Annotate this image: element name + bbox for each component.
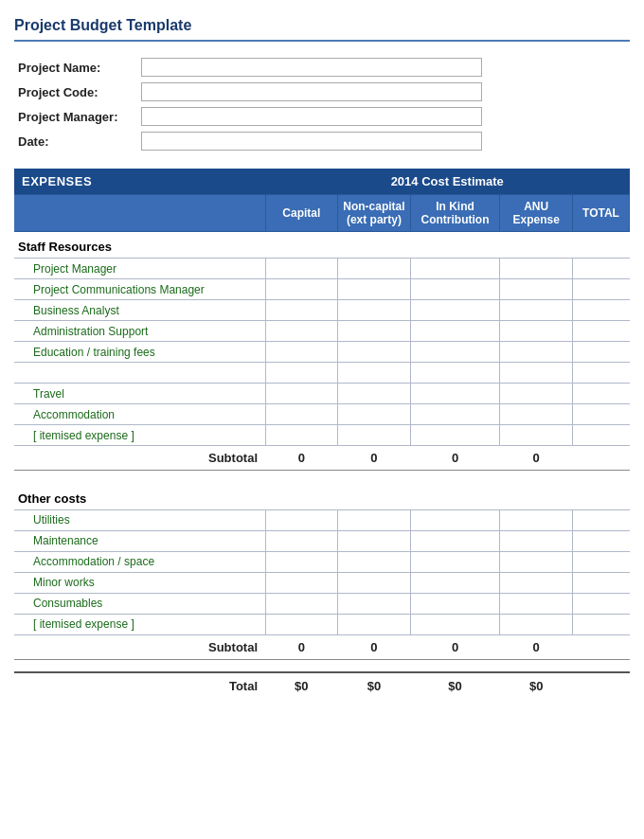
- other-cell-total: [572, 614, 629, 634]
- other-cell-nc[interactable]: [338, 593, 411, 614]
- other-cell-ik[interactable]: [410, 614, 500, 634]
- other-cell-cap[interactable]: [265, 551, 338, 572]
- other-costs-section-title: Other costs: [14, 484, 630, 510]
- staff-cell-anu[interactable]: [500, 300, 573, 321]
- staff-cell-ik[interactable]: [410, 259, 500, 279]
- other-cell-anu[interactable]: [500, 572, 573, 593]
- staff-cell-anu[interactable]: [500, 321, 573, 342]
- staff-cell-cap[interactable]: [265, 279, 338, 300]
- other-cell-ik[interactable]: [410, 551, 500, 572]
- staff-data-row: Accommodation: [14, 404, 630, 425]
- staff-cell-ik[interactable]: [410, 342, 500, 363]
- other-cell-anu[interactable]: [500, 530, 573, 551]
- other-subtotal-in-kind: 0: [410, 634, 500, 659]
- staff-cell-cap[interactable]: [265, 259, 338, 279]
- staff-cell-nc[interactable]: [338, 363, 411, 384]
- other-subtotal-anu: 0: [500, 634, 573, 659]
- staff-item-label: Accommodation: [14, 404, 265, 425]
- other-cell-cap[interactable]: [265, 572, 338, 593]
- staff-cell-cap[interactable]: [265, 321, 338, 342]
- staff-cell-nc[interactable]: [338, 404, 411, 425]
- staff-cell-anu[interactable]: [500, 363, 573, 384]
- other-cell-anu[interactable]: [500, 551, 573, 572]
- staff-cell-anu[interactable]: [500, 404, 573, 425]
- other-cell-anu[interactable]: [500, 614, 573, 634]
- project-field-input-cell: [137, 129, 630, 153]
- other-cell-cap[interactable]: [265, 614, 338, 634]
- staff-cell-nc[interactable]: [338, 279, 411, 300]
- staff-item-label: Education / training fees: [14, 342, 265, 363]
- staff-subtotal-anu: 0: [500, 446, 573, 471]
- staff-data-row: Travel: [14, 384, 630, 404]
- project-field-input[interactable]: [141, 132, 482, 151]
- staff-cell-cap[interactable]: [265, 384, 338, 404]
- other-cell-nc[interactable]: [338, 509, 411, 530]
- staff-data-row: [14, 363, 630, 384]
- col-header-non-capital: Non-capital (ext party): [338, 195, 411, 232]
- page-title: Project Budget Template: [14, 9, 630, 42]
- other-data-row: Utilities: [14, 509, 630, 530]
- staff-cell-nc[interactable]: [338, 259, 411, 279]
- staff-cell-anu[interactable]: [500, 279, 573, 300]
- staff-cell-nc[interactable]: [338, 300, 411, 321]
- other-cell-anu[interactable]: [500, 509, 573, 530]
- staff-resources-section-title: Staff Resources: [14, 232, 630, 259]
- staff-cell-ik[interactable]: [410, 404, 500, 425]
- staff-item-label: Travel: [14, 384, 265, 404]
- staff-cell-nc[interactable]: [338, 384, 411, 404]
- other-data-row: Maintenance: [14, 530, 630, 551]
- project-field-input-cell: [137, 104, 630, 129]
- staff-cell-ik[interactable]: [410, 300, 500, 321]
- project-field-row: Project Code:: [14, 80, 630, 104]
- project-info-table: Project Name: Project Code: Project Mana…: [14, 55, 630, 153]
- staff-cell-ik[interactable]: [410, 425, 500, 446]
- other-cell-nc[interactable]: [338, 614, 411, 634]
- other-cell-cap[interactable]: [265, 530, 338, 551]
- staff-cell-cap[interactable]: [265, 425, 338, 446]
- other-cell-ik[interactable]: [410, 572, 500, 593]
- other-cell-total: [572, 593, 629, 614]
- staff-cell-ik[interactable]: [410, 384, 500, 404]
- staff-cell-anu[interactable]: [500, 259, 573, 279]
- staff-cell-cap[interactable]: [265, 363, 338, 384]
- project-field-input[interactable]: [141, 82, 482, 101]
- other-cell-anu[interactable]: [500, 593, 573, 614]
- staff-cell-total: [572, 384, 629, 404]
- project-field-input[interactable]: [141, 58, 482, 77]
- budget-table: EXPENSES 2014 Cost Estimate Capital Non-…: [14, 169, 630, 699]
- gap-row-1: [14, 471, 630, 484]
- other-data-row: Minor works: [14, 572, 630, 593]
- staff-cell-ik[interactable]: [410, 279, 500, 300]
- staff-cell-anu[interactable]: [500, 384, 573, 404]
- staff-cell-nc[interactable]: [338, 342, 411, 363]
- staff-cell-anu[interactable]: [500, 425, 573, 446]
- other-cell-cap[interactable]: [265, 593, 338, 614]
- staff-item-label: [ itemised expense ]: [14, 425, 265, 446]
- staff-cell-cap[interactable]: [265, 300, 338, 321]
- other-cell-total: [572, 530, 629, 551]
- other-cell-cap[interactable]: [265, 509, 338, 530]
- other-cell-ik[interactable]: [410, 530, 500, 551]
- other-cell-nc[interactable]: [338, 530, 411, 551]
- other-item-label: Consumables: [14, 593, 265, 614]
- staff-data-row: Project Manager: [14, 259, 630, 279]
- staff-cell-ik[interactable]: [410, 363, 500, 384]
- staff-cell-total: [572, 404, 629, 425]
- staff-cell-cap[interactable]: [265, 342, 338, 363]
- staff-item-label: Business Analyst: [14, 300, 265, 321]
- project-field-input[interactable]: [141, 107, 482, 126]
- other-data-row: Accommodation / space: [14, 551, 630, 572]
- staff-cell-anu[interactable]: [500, 342, 573, 363]
- staff-subtotal-in-kind: 0: [410, 446, 500, 471]
- staff-cell-ik[interactable]: [410, 321, 500, 342]
- staff-item-label: Project Communications Manager: [14, 279, 265, 300]
- staff-cell-nc[interactable]: [338, 321, 411, 342]
- other-cell-nc[interactable]: [338, 572, 411, 593]
- other-cell-ik[interactable]: [410, 593, 500, 614]
- total-in-kind: $0: [410, 672, 500, 699]
- staff-data-row: [ itemised expense ]: [14, 425, 630, 446]
- staff-cell-cap[interactable]: [265, 404, 338, 425]
- staff-cell-nc[interactable]: [338, 425, 411, 446]
- other-cell-ik[interactable]: [410, 509, 500, 530]
- other-cell-nc[interactable]: [338, 551, 411, 572]
